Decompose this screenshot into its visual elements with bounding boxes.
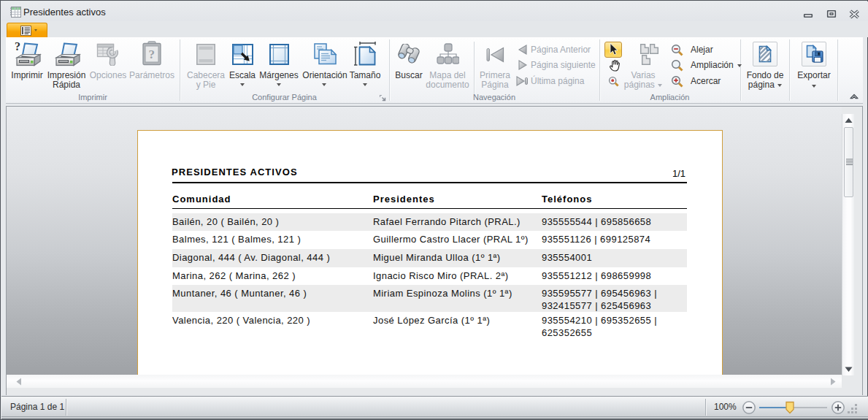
svg-text:?: ? [149, 47, 155, 61]
svg-text:?: ? [15, 41, 20, 53]
